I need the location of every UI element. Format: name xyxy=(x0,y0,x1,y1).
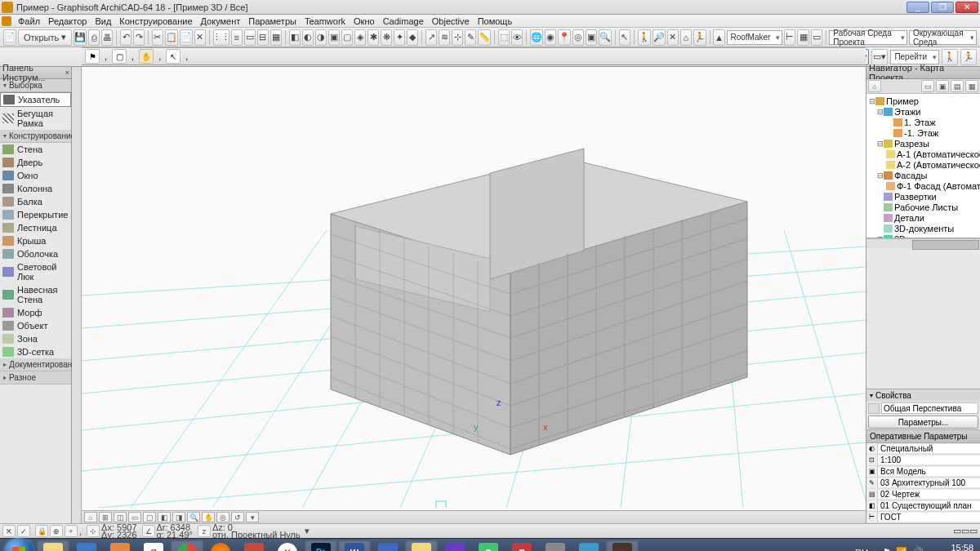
menu-edit[interactable]: Редактор xyxy=(44,16,91,27)
vtab-8[interactable]: 🔍 xyxy=(187,512,200,522)
layers-button[interactable]: ▦ xyxy=(270,29,282,46)
tree-worksheets[interactable]: Рабочие Листы xyxy=(866,202,980,212)
tree-root[interactable]: ⊟Пример xyxy=(866,96,980,106)
tray-network-icon[interactable]: 📶 xyxy=(896,547,907,551)
nav-mode-project[interactable]: ⌂ xyxy=(868,80,881,92)
task-chrome[interactable] xyxy=(171,540,203,552)
menu-objective[interactable]: Objective xyxy=(428,16,474,27)
sb-origin-icon[interactable]: ⊕ xyxy=(50,525,63,537)
tb-view-button[interactable]: 👁 xyxy=(511,29,523,46)
tree-stories[interactable]: ⊟Этажи xyxy=(866,106,980,117)
nav-mode-layout[interactable]: ▣ xyxy=(936,80,949,92)
save-button[interactable]: 💾 xyxy=(74,29,87,46)
tool-marquee[interactable]: Бегущая Рамка xyxy=(0,107,71,130)
suspend-button[interactable]: ⊟ xyxy=(257,29,269,46)
task-firefox[interactable] xyxy=(204,540,237,552)
menu-window[interactable]: Окно xyxy=(350,16,379,27)
menu-teamwork[interactable]: Teamwork xyxy=(301,16,350,27)
nav-mode-publish[interactable]: ▤ xyxy=(951,80,964,92)
tb-roof-icon[interactable]: ▲ xyxy=(713,29,724,46)
tb-marker-icon[interactable]: 📍 xyxy=(558,29,571,46)
tb-icon-6[interactable]: ◈ xyxy=(354,29,366,46)
param-special[interactable]: ◐Специальный xyxy=(866,443,980,455)
paste-button[interactable]: 📄 xyxy=(180,29,193,46)
redo-button[interactable]: ↷ xyxy=(133,29,145,46)
vtab-4[interactable]: ▭ xyxy=(128,512,141,522)
param-reno[interactable]: ◧01 Существующий план xyxy=(866,500,980,512)
tb-ruler-button[interactable]: 📏 xyxy=(478,29,491,46)
task-app2[interactable] xyxy=(372,540,404,552)
task-ybrowser[interactable]: Y xyxy=(271,540,304,552)
tb-icon-1[interactable]: ◧ xyxy=(289,29,301,46)
param-dim[interactable]: ⊢ГОСТ xyxy=(866,512,980,523)
tool-shell[interactable]: Оболочка xyxy=(0,247,71,260)
info-flag-icon[interactable]: ⚑ xyxy=(85,49,100,64)
param-model[interactable]: ▣Вся Модель xyxy=(866,466,980,478)
tool-door[interactable]: Дверь xyxy=(0,156,71,169)
tool-skylight[interactable]: Световой Люк xyxy=(0,260,71,283)
tool-zone[interactable]: Зона xyxy=(0,332,71,345)
vtab-6[interactable]: ◧ xyxy=(158,512,171,522)
vtab-7[interactable]: ◨ xyxy=(172,512,185,522)
task-photoshop[interactable]: Ps xyxy=(305,540,337,552)
task-word[interactable]: W xyxy=(338,540,371,552)
undo-button[interactable]: ↶ xyxy=(120,29,131,46)
3d-viewport[interactable]: y x z ⌂ ⊞ ◫ ▭ ▢ ◧ ◨ 🔍 ✋ ◎ ↺ ▾ xyxy=(82,67,866,523)
task-player[interactable] xyxy=(104,540,136,552)
menu-design[interactable]: Конструирование xyxy=(115,16,196,27)
task-yandex[interactable]: Я xyxy=(137,540,170,552)
vtab-9[interactable]: ✋ xyxy=(202,512,215,522)
minimize-button[interactable]: _ xyxy=(906,2,929,13)
tool-slab[interactable]: Перекрытие xyxy=(0,208,71,221)
tb-globe-icon[interactable]: 🌐 xyxy=(530,29,543,46)
group-design[interactable]: Конструирование xyxy=(0,130,71,143)
tree-sec-a2[interactable]: А-2 (Автоматическое обно xyxy=(866,159,980,170)
task-archicad[interactable] xyxy=(606,540,639,552)
menu-help[interactable]: Помощь xyxy=(474,16,517,27)
tb-pick-button[interactable]: ✎ xyxy=(465,29,476,46)
param-penset[interactable]: ✎03 Архитектурный 100 xyxy=(866,478,980,489)
tb-box-icon[interactable]: ▣ xyxy=(586,29,597,46)
tool-morph[interactable]: Морф xyxy=(0,306,71,319)
tool-object[interactable]: Объект xyxy=(0,319,71,332)
tb-icon-3[interactable]: ◑ xyxy=(315,29,327,46)
tool-wall[interactable]: Стена xyxy=(0,143,71,156)
vertical-splitter[interactable] xyxy=(72,67,82,523)
sb-z-icon[interactable]: z xyxy=(198,525,211,537)
settings-button[interactable]: Параметры... xyxy=(868,415,978,429)
vtab-2[interactable]: ⊞ xyxy=(99,512,112,522)
vtab-1[interactable]: ⌂ xyxy=(84,512,97,522)
tb-dim-icon[interactable]: ✕ xyxy=(667,29,679,46)
param-scale[interactable]: ⊡1:100 xyxy=(866,455,980,466)
system-tray[interactable]: RU ▴ ⚑ 📶 🔊 15:58 10.11.2020 xyxy=(855,544,978,552)
tree-details[interactable]: Детали xyxy=(866,212,980,223)
tb-person-icon[interactable]: 🚶 xyxy=(638,29,651,46)
task-app1[interactable] xyxy=(238,540,270,552)
roofmaker-combo[interactable]: RoofMaker xyxy=(727,30,783,45)
tb-levels-button[interactable]: ≋ xyxy=(439,29,450,46)
tb-sheet-icon[interactable]: ▭ xyxy=(811,29,822,46)
tray-chevron-icon[interactable]: ▴ xyxy=(873,547,878,551)
nav-mode-set[interactable]: ▦ xyxy=(965,80,978,92)
project-tree[interactable]: ⊟Пример ⊟Этажи 1. Этаж -1. Этаж ⊟Разрезы… xyxy=(866,94,980,238)
tree-3ddocs[interactable]: 3D-документы xyxy=(866,223,980,233)
new-button[interactable]: 📄 xyxy=(3,29,16,46)
tb-snap-button[interactable]: ⊹ xyxy=(452,29,463,46)
sb-snap-icon[interactable]: + xyxy=(65,525,78,537)
task-media[interactable] xyxy=(70,540,103,552)
tool-beam[interactable]: Балка xyxy=(0,195,71,208)
tray-flag-icon[interactable]: ⚑ xyxy=(883,547,891,551)
task-app6[interactable] xyxy=(572,540,605,552)
properties-header[interactable]: Свойства xyxy=(866,389,980,402)
tool-pointer[interactable]: Указатель xyxy=(0,92,71,107)
sb-xy-icon[interactable]: ⊹ xyxy=(87,525,100,537)
tool-column[interactable]: Колонна xyxy=(0,182,71,195)
start-button[interactable] xyxy=(4,538,33,552)
group-button[interactable]: ▭ xyxy=(244,29,256,46)
workspace-combo[interactable]: Рабочая Среда Проекта xyxy=(829,30,907,45)
tb-grid-icon[interactable]: ▦ xyxy=(797,29,808,46)
tray-lang[interactable]: RU xyxy=(855,548,868,552)
group-document[interactable]: Документирование xyxy=(0,358,71,371)
open-button[interactable]: Открыть ▾ xyxy=(18,29,72,46)
menu-options[interactable]: Параметры xyxy=(244,16,301,27)
